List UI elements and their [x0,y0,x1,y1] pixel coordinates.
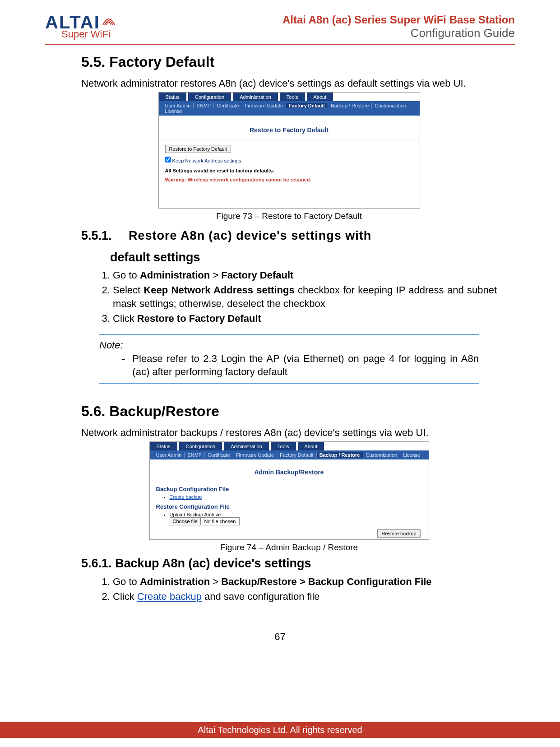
intro-5-6: Network administrator backups / restores… [81,426,497,440]
subtab-factory-default-74[interactable]: Factory Default [277,452,317,458]
fig73-main-tabs: Status Configuration Administration Tool… [159,93,420,101]
tab-about-74[interactable]: About [298,442,324,450]
step-561-2: Click Create backup and save configurati… [113,590,497,604]
heading-5-5: 5.5. Factory Default [81,54,497,70]
page-number: 67 [45,631,515,643]
heading-5-5-1-num: 5.5.1. [81,229,112,242]
file-chooser[interactable]: Choose file No file chosen [170,517,240,525]
header-titles: Altai A8n (ac) Series Super WiFi Base St… [282,14,515,40]
logo-subtitle: Super WiFi [61,28,116,40]
tab-configuration[interactable]: Configuration [188,93,231,101]
subtab-snmp-74[interactable]: SNMP [185,452,205,458]
subtab-backup-restore-74[interactable]: Backup / Restore [317,452,363,458]
steps-5-5-1: Go to Administration > Factory Default S… [113,269,497,326]
doc-title-line1: Altai A8n (ac) Series Super WiFi Base St… [282,14,515,26]
heading-5-6: 5.6. Backup/Restore [81,403,497,420]
step-551-2: Select Keep Network Address settings che… [113,283,497,311]
footer-bar: Altai Technologies Ltd. All rights reser… [0,722,560,738]
fig74-main-tabs: Status Configuration Administration Tool… [150,442,429,450]
choose-file-button[interactable]: Choose file [170,518,201,525]
subtab-firmware-74[interactable]: Firmware Update [233,452,277,458]
subtab-license-74[interactable]: License [400,452,423,458]
figure-73-caption: Figure 73 – Restore to Factory Default [81,211,497,221]
restore-factory-default-button[interactable]: Restore to Factory Default [165,145,231,153]
logo-text: ALTAI [45,14,100,30]
fig73-warning: Warning: Wireless network configurations… [165,177,413,182]
backup-section-label: Backup Configuration File [156,486,422,492]
subtab-firmware[interactable]: Firmware Update [242,103,286,108]
note-block-551: Note: - Please refer to 2.3 Login the AP… [99,334,479,384]
tab-about[interactable]: About [307,93,333,101]
figure-73-screenshot: Status Configuration Administration Tool… [158,92,420,209]
step-551-1: Go to Administration > Factory Default [113,269,497,283]
tab-status[interactable]: Status [159,93,186,101]
subtab-customization[interactable]: Customization [372,103,409,108]
figure-74-caption: Figure 74 – Admin Backup / Restore [81,543,497,552]
tab-administration-74[interactable]: Administration [224,442,269,450]
steps-5-6-1: Go to Administration > Backup/Restore > … [113,575,497,604]
intro-5-5: Network administrator restores A8n (ac) … [81,77,497,90]
tab-tools-74[interactable]: Tools [271,442,296,450]
subtab-customization-74[interactable]: Customization [363,452,401,458]
restore-backup-button[interactable]: Restore backup [377,529,420,538]
note-text: Please refer to 2.3 Login the AP (via Et… [132,352,479,379]
subtab-license[interactable]: License [162,108,185,114]
subtab-certificate[interactable]: Certificate [214,103,242,108]
note-dash-icon: - [122,352,125,379]
fig73-sub-tabs: User Admin SNMP Certificate Firmware Upd… [159,101,420,116]
tab-administration[interactable]: Administration [233,93,278,101]
doc-title-line2: Configuration Guide [282,26,515,40]
page-content: 5.5. Factory Default Network administrat… [45,54,515,604]
subtab-user-admin[interactable]: User Admin [162,103,194,108]
create-backup-body-link[interactable]: Create backup [137,591,202,602]
subtab-factory-default[interactable]: Factory Default [286,103,328,108]
chosen-filename: No file chosen [201,518,240,525]
page-header: ALTAI Super WiFi Altai A8n (ac) Series S… [45,14,515,45]
step-561-1: Go to Administration > Backup/Restore > … [113,575,497,589]
fig74-panel-title: Admin Backup/Restore [150,464,429,480]
create-backup-link[interactable]: Create backup [170,494,202,500]
step-551-3: Click Restore to Factory Default [113,312,497,326]
subtab-certificate-74[interactable]: Certificate [205,452,233,458]
upload-label: Upload Backup Archive: [170,512,222,517]
logo-main: ALTAI [45,14,116,30]
tab-configuration-74[interactable]: Configuration [179,442,222,450]
tab-status-74[interactable]: Status [150,442,177,450]
fig73-reset-note: All Settings would be reset to factory d… [165,168,413,173]
heading-5-5-1-text2: default settings [110,246,200,269]
fig73-panel-title: Restore to Factory Default [159,120,420,140]
wifi-icon [102,12,116,28]
keep-network-address-checkbox[interactable] [165,157,171,162]
keep-network-address-label: Keep Network Address settings [172,158,241,163]
subtab-snmp[interactable]: SNMP [194,103,214,108]
heading-5-6-1: 5.6.1. Backup A8n (ac) device's settings [81,556,497,571]
tab-tools[interactable]: Tools [280,93,305,101]
subtab-user-admin-74[interactable]: User Admin [153,452,185,458]
note-label: Note: [99,339,479,352]
subtab-backup-restore[interactable]: Backup / Restore [328,103,372,108]
heading-5-5-1: 5.5.1. Restore A8n (ac) device's setting… [81,225,497,269]
heading-5-5-1-text1: Restore A8n (ac) device's settings with [129,229,371,242]
fig74-sub-tabs: User Admin SNMP Certificate Firmware Upd… [150,450,429,459]
restore-section-label: Restore Configuration File [156,503,422,510]
logo: ALTAI Super WiFi [45,14,116,40]
figure-74-screenshot: Status Configuration Administration Tool… [149,441,429,540]
upload-row: Upload Backup Archive: Choose file No fi… [170,512,422,525]
